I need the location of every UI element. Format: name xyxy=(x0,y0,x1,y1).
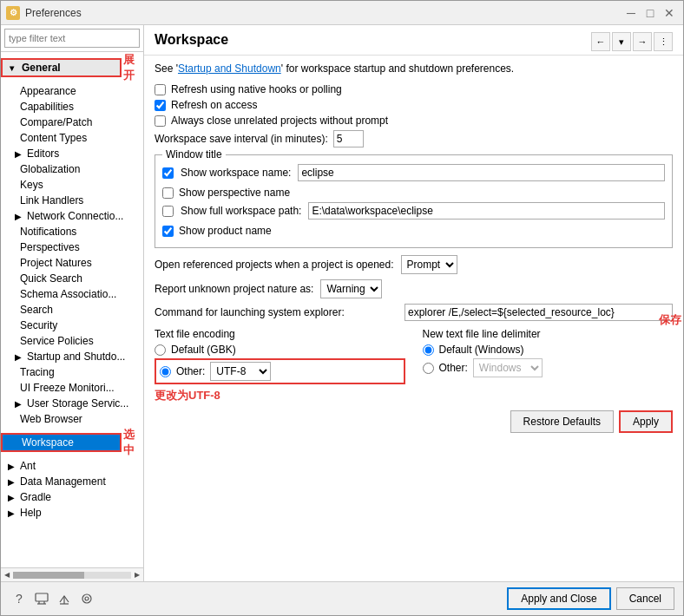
settings-icon-button[interactable] xyxy=(77,589,96,608)
sidebar-item-appearance[interactable]: Appearance xyxy=(1,83,143,99)
maximize-button[interactable]: □ xyxy=(641,4,659,22)
sidebar-scrollbar[interactable]: ◀ ▶ xyxy=(1,567,143,581)
back-button[interactable]: ← xyxy=(591,32,610,51)
startup-shutdown-link[interactable]: Startup and Shutdown xyxy=(178,62,281,75)
content-title: Workspace xyxy=(155,32,228,48)
app-icon: ⚙ xyxy=(6,6,20,20)
sidebar-item-ant[interactable]: ▶ Ant xyxy=(1,458,143,474)
monitor-icon-button[interactable] xyxy=(32,589,51,608)
show-perspective-name-checkbox[interactable] xyxy=(162,187,174,199)
user-storage-label: User Storage Servic... xyxy=(27,397,128,410)
close-unrelated-row: Always close unrelated projects without … xyxy=(155,115,673,127)
sidebar-item-startup[interactable]: ▶ Startup and Shutdo... xyxy=(1,349,143,364)
content-panel: Workspace ← ▾ → ⋮ See 'Startup and Shutd… xyxy=(144,25,683,581)
sidebar-item-ui-freeze[interactable]: UI Freeze Monitori... xyxy=(1,380,143,396)
sidebar-item-capabilities[interactable]: Capabilities xyxy=(1,99,143,115)
sidebar-item-network-connections[interactable]: ▶ Network Connectio... xyxy=(1,208,143,224)
filter-wrap xyxy=(1,25,143,52)
scroll-left-icon[interactable]: ◀ xyxy=(3,571,11,579)
delimiter-default-row: Default (Windows) xyxy=(423,344,674,356)
encoding-default-label: Default (GBK) xyxy=(171,344,236,356)
dropdown-button[interactable]: ▾ xyxy=(612,32,631,51)
scroll-track[interactable] xyxy=(13,572,131,579)
sidebar-item-keys[interactable]: Keys xyxy=(1,177,143,193)
sidebar-item-security[interactable]: Security xyxy=(1,318,143,333)
show-workspace-name-checkbox[interactable] xyxy=(162,167,174,179)
data-mgmt-chevron-icon: ▶ xyxy=(8,477,18,487)
perspectives-label: Perspectives xyxy=(20,241,80,253)
sidebar-item-user-storage[interactable]: ▶ User Storage Servic... xyxy=(1,396,143,411)
sidebar-item-data-management[interactable]: ▶ Data Management xyxy=(1,474,143,489)
help-icon-button[interactable]: ? xyxy=(10,589,29,608)
export-icon-button[interactable] xyxy=(55,589,74,608)
apply-button[interactable]: Apply xyxy=(619,410,673,433)
filter-input[interactable] xyxy=(4,29,140,48)
minimize-button[interactable]: ─ xyxy=(622,4,640,22)
sidebar-item-notifications[interactable]: Notifications xyxy=(1,224,143,239)
full-path-input[interactable] xyxy=(308,202,665,220)
refresh-native-row: Refresh using native hooks or polling xyxy=(155,83,673,95)
show-full-path-checkbox[interactable] xyxy=(162,206,174,217)
apply-and-close-button[interactable]: Apply and Close xyxy=(507,587,610,610)
sidebar-item-web-browser[interactable]: Web Browser xyxy=(1,411,143,427)
appearance-label: Appearance xyxy=(20,85,76,97)
close-button[interactable]: ✕ xyxy=(661,4,678,22)
sidebar-item-globalization[interactable]: Globalization xyxy=(1,161,143,177)
sidebar-item-tracing[interactable]: Tracing xyxy=(1,364,143,380)
refresh-access-checkbox[interactable] xyxy=(155,100,166,111)
sidebar-item-editors[interactable]: ▶ Editors xyxy=(1,146,143,161)
help-chevron-icon: ▶ xyxy=(8,508,18,518)
sidebar-item-project-natures[interactable]: Project Natures xyxy=(1,255,143,271)
delimiter-other-label: Other: xyxy=(439,362,468,374)
tree: ▾ General 展开 Appearance Capabilities Com… xyxy=(1,52,143,567)
circle-settings-icon xyxy=(81,593,93,605)
delimiter-other-select[interactable]: Windows Unix Mac OS X xyxy=(473,358,543,377)
refresh-access-label: Refresh on access xyxy=(171,99,257,111)
save-interval-input[interactable] xyxy=(333,130,364,147)
encoding-default-radio[interactable] xyxy=(155,344,166,356)
show-product-name-checkbox[interactable] xyxy=(162,226,174,237)
report-unknown-select[interactable]: Warning Error Ignore xyxy=(320,279,382,298)
sidebar: ▾ General 展开 Appearance Capabilities Com… xyxy=(1,25,144,581)
encoding-other-label: Other: xyxy=(176,365,205,377)
sidebar-item-quick-search[interactable]: Quick Search xyxy=(1,271,143,286)
sidebar-item-perspectives[interactable]: Perspectives xyxy=(1,239,143,255)
encoding-other-radio[interactable] xyxy=(160,366,171,377)
show-workspace-name-label: Show workspace name: xyxy=(181,167,291,179)
svg-point-6 xyxy=(82,594,91,603)
menu-button[interactable]: ⋮ xyxy=(654,32,673,51)
scroll-right-icon[interactable]: ▶ xyxy=(133,571,141,579)
startup-chevron-icon: ▶ xyxy=(15,352,25,362)
delimiter-other-radio[interactable] xyxy=(423,363,434,374)
svg-rect-0 xyxy=(36,593,48,601)
refresh-native-label: Refresh using native hooks or polling xyxy=(171,83,342,95)
sidebar-item-compare-patch[interactable]: Compare/Patch xyxy=(1,115,143,130)
forward-button[interactable]: → xyxy=(633,32,652,51)
restore-defaults-button[interactable]: Restore Defaults xyxy=(510,410,614,433)
content-types-label: Content Types xyxy=(20,132,87,144)
open-referenced-row: Open referenced projects when a project … xyxy=(155,255,673,274)
delimiter-default-label: Default (Windows) xyxy=(439,344,524,356)
refresh-native-checkbox[interactable] xyxy=(155,84,166,95)
sidebar-item-content-types[interactable]: Content Types xyxy=(1,130,143,146)
encoding-other-select[interactable]: UTF-8 GBK ISO-8859-1 xyxy=(210,362,271,381)
sidebar-item-service-policies[interactable]: Service Policies xyxy=(1,333,143,349)
window-title-group: Window title Show workspace name: Show p… xyxy=(155,154,673,248)
command-row: Command for launching system explorer: xyxy=(155,304,673,321)
sidebar-item-search[interactable]: Search xyxy=(1,302,143,318)
sidebar-item-schema[interactable]: Schema Associatio... xyxy=(1,286,143,302)
open-referenced-select[interactable]: Prompt Always Never xyxy=(401,255,457,274)
sidebar-item-help[interactable]: ▶ Help xyxy=(1,505,143,521)
command-input[interactable] xyxy=(404,304,673,321)
sidebar-item-link-handlers[interactable]: Link Handlers xyxy=(1,193,143,208)
command-label: Command for launching system explorer: xyxy=(155,306,398,318)
sidebar-item-general[interactable]: ▾ General xyxy=(1,58,122,77)
sidebar-item-gradle[interactable]: ▶ Gradle xyxy=(1,489,143,505)
cancel-button[interactable]: Cancel xyxy=(616,587,674,610)
delimiter-default-radio[interactable] xyxy=(423,344,434,356)
close-unrelated-checkbox[interactable] xyxy=(155,115,166,127)
sidebar-item-workspace[interactable]: Workspace xyxy=(1,433,122,452)
schema-label: Schema Associatio... xyxy=(20,288,116,300)
workspace-name-input[interactable] xyxy=(298,164,665,181)
show-perspective-name-row: Show perspective name xyxy=(162,187,665,199)
